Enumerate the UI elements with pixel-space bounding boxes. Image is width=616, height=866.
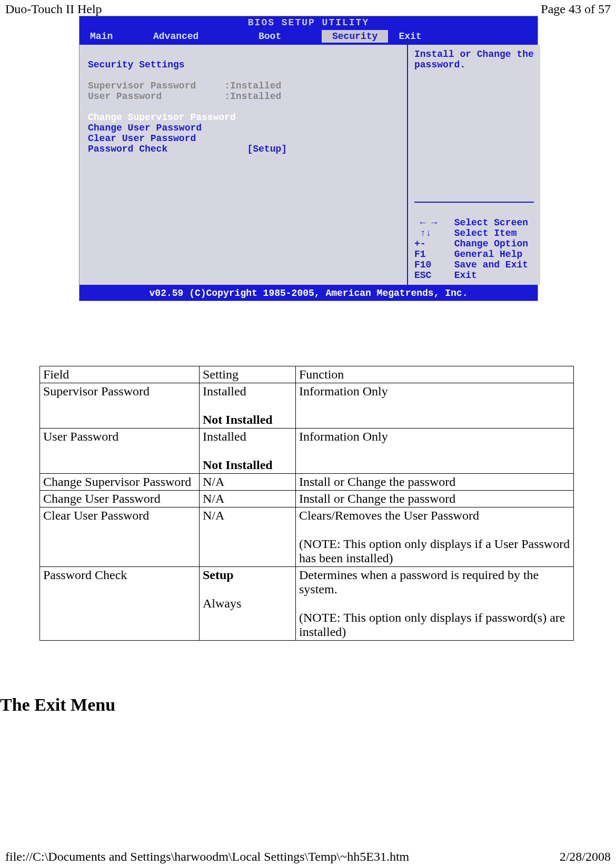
cell-field: Change User Password (40, 491, 200, 507)
cell-function: Determines when a password is required b… (296, 567, 574, 641)
nav-key-esc: ESC (414, 270, 431, 281)
nav-label-exit: Exit (454, 270, 477, 281)
bios-up-value: :Installed (224, 91, 281, 102)
cell-setting: Setup Always (200, 567, 296, 641)
table-row: User Password Installed Not Installed In… (40, 429, 574, 474)
cell-setting: Installed Not Installed (200, 383, 296, 429)
bios-password-check-label: Password Check (88, 144, 167, 154)
setting-opt: Installed (203, 430, 246, 443)
th-function: Function (296, 366, 574, 383)
cell-field: Change Supervisor Password (40, 474, 200, 491)
cell-field: Supervisor Password (40, 383, 200, 429)
bios-help-line1: Install or Change the (414, 49, 534, 59)
doc-header-left: Duo-Touch II Help (5, 2, 102, 16)
cell-function: Install or Change the password (296, 491, 574, 507)
bios-password-check-value: [Setup] (247, 144, 287, 154)
nav-label-select-screen: Select Screen (454, 217, 528, 228)
table-row: Supervisor Password Installed Not Instal… (40, 383, 574, 429)
table-row: Clear User Password N/A Clears/Removes t… (40, 507, 574, 567)
bios-tab-main: Main (80, 30, 143, 43)
setting-opt-bold: Not Installed (203, 413, 273, 426)
bios-up-label: User Password (88, 91, 162, 102)
cell-function: Information Only (296, 429, 574, 474)
func-line: Determines when a password is required b… (299, 568, 539, 596)
table-row: Password Check Setup Always Determines w… (40, 567, 574, 641)
cell-field: Password Check (40, 567, 200, 641)
cell-setting: N/A (200, 474, 296, 491)
th-field: Field (40, 366, 200, 383)
func-line: Clears/Removes the User Password (299, 509, 479, 522)
bios-title: BIOS SETUP UTILITY (80, 16, 538, 29)
bios-tab-exit: Exit (388, 30, 432, 43)
func-note: (NOTE: This option only displays if pass… (299, 611, 565, 639)
section-heading-exit-menu: The Exit Menu (0, 695, 115, 715)
bios-security-heading: Security Settings (88, 59, 185, 70)
cell-function: Information Only (296, 383, 574, 429)
bios-change-user-password: Change User Password (88, 123, 202, 133)
nav-key-plusminus: +- (414, 238, 426, 249)
nav-key-f10: F10 (414, 260, 431, 270)
bios-sp-label: Supervisor Password (88, 81, 196, 91)
nav-label-general-help: General Help (454, 249, 523, 260)
cell-setting: N/A (200, 491, 296, 507)
bios-change-supervisor-password: Change Supervisor Password (88, 112, 236, 123)
cell-field: Clear User Password (40, 507, 200, 567)
bios-tab-boot: Boot (248, 30, 322, 43)
bios-screenshot: BIOS SETUP UTILITY Main Advanced Boot Se… (79, 16, 538, 301)
setting-opt: Installed (203, 384, 246, 398)
table-header-row: Field Setting Function (40, 366, 574, 383)
bios-tab-advanced: Advanced (143, 30, 248, 43)
func-note: (NOTE: This option only displays if a Us… (299, 537, 570, 565)
cell-function: Clears/Removes the User Password (NOTE: … (296, 507, 574, 567)
security-settings-table: Field Setting Function Supervisor Passwo… (39, 366, 574, 641)
cell-setting: N/A (200, 507, 296, 567)
nav-key-arrows-ud: ↑↓ (420, 228, 432, 238)
nav-key-f1: F1 (414, 249, 426, 260)
bios-clear-user-password: Clear User Password (88, 133, 196, 144)
bios-copyright: v02.59 (C)Copyright 1985-2005, American … (80, 286, 538, 301)
th-setting: Setting (200, 366, 296, 383)
doc-footer-right: 2/28/2008 (560, 850, 611, 864)
cell-field: User Password (40, 429, 200, 474)
bios-tab-security: Security (322, 30, 388, 43)
nav-label-change-option: Change Option (454, 238, 528, 249)
doc-footer-left: file://C:\Documents and Settings\harwood… (5, 850, 409, 864)
setting-opt-bold: Setup (203, 568, 234, 582)
bios-help-line2: password. (414, 59, 465, 70)
table-row: Change Supervisor Password N/A Install o… (40, 474, 574, 491)
table-row: Change User Password N/A Install or Chan… (40, 491, 574, 507)
bios-sp-value: :Installed (224, 81, 281, 91)
doc-header-right: Page 43 of 57 (541, 2, 611, 16)
setting-opt: Always (203, 596, 241, 610)
nav-label-save-exit: Save and Exit (454, 260, 528, 270)
cell-setting: Installed Not Installed (200, 429, 296, 474)
nav-key-arrows-lr: ← → (420, 217, 437, 228)
nav-label-select-item: Select Item (454, 228, 517, 238)
cell-function: Install or Change the password (296, 474, 574, 491)
setting-opt-bold: Not Installed (203, 458, 273, 472)
